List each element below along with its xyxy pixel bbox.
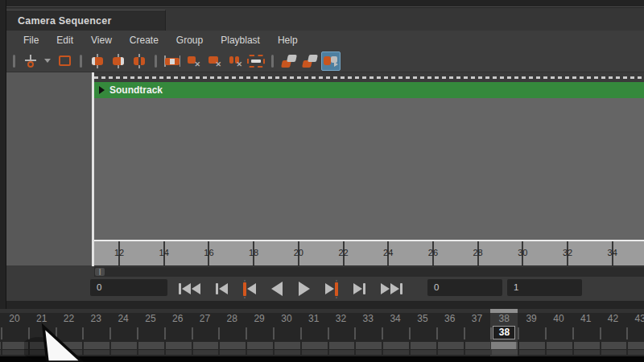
ruler-tick-20: 20 — [298, 241, 299, 266]
transport-controls — [177, 277, 404, 301]
soundtrack-label: Soundtrack — [109, 84, 163, 96]
ruler-tick-30: 30 — [522, 241, 523, 266]
track-header-gutter — [6, 72, 92, 265]
frame-cell[interactable]: 33 — [354, 309, 382, 356]
menu-view[interactable]: View — [82, 32, 121, 48]
play-forwards-icon[interactable] — [297, 280, 312, 298]
step-back-frame-icon[interactable] — [214, 282, 229, 296]
playblast-shot-icon[interactable] — [321, 51, 341, 71]
move-tool-icon[interactable] — [21, 51, 40, 71]
go-to-start-icon[interactable] — [177, 282, 202, 296]
go-to-end-icon[interactable] — [379, 282, 404, 296]
toolbar: ✕ ✕ ✕ — [6, 50, 644, 72]
ungroup-shots-icon[interactable] — [300, 51, 320, 71]
playback-controls-row: 0 0 1 — [6, 277, 644, 301]
ruler-tick-24: 24 — [387, 241, 389, 266]
clip-trim-end-icon[interactable] — [109, 51, 128, 71]
clip-paste-icon[interactable]: ✕ — [225, 51, 245, 71]
menu-file[interactable]: File — [14, 32, 47, 48]
ruler-tick-label: 26 — [428, 248, 438, 257]
shot-track-area[interactable] — [94, 98, 644, 240]
expand-arrow-icon[interactable] — [99, 86, 105, 94]
tab-camera-sequencer[interactable]: Camera Sequencer — [6, 10, 166, 31]
current-frame-marker — [490, 309, 518, 313]
ruler-tick-label: 12 — [114, 248, 124, 257]
frame-cell[interactable]: 37 — [464, 309, 491, 356]
ruler-tick-26: 26 — [432, 241, 434, 266]
frame-number-label: 41 — [572, 313, 600, 324]
window-top-border — [0, 0, 644, 7]
frame-number-label: 35 — [409, 313, 436, 324]
frame-cell[interactable]: 24 — [109, 309, 137, 356]
clip-split-icon[interactable] — [130, 51, 149, 71]
frame-cell[interactable]: 43 — [626, 309, 644, 356]
sequence-editor-panel: Soundtrack 121416182022242628303234 ❙ — [94, 72, 644, 277]
ruler-tick-label: 20 — [294, 248, 303, 257]
ruler-tick-16: 16 — [208, 241, 209, 266]
menu-group[interactable]: Group — [167, 32, 212, 48]
current-frame-value-box[interactable]: 38 — [493, 326, 515, 339]
menu-help[interactable]: Help — [269, 32, 307, 48]
frame-number-label: 38 — [490, 313, 518, 324]
group-shots-icon[interactable] — [279, 51, 299, 71]
frame-cell[interactable]: 41 — [572, 309, 600, 356]
clip-trim-start-icon[interactable] — [88, 51, 107, 71]
ruler-tick-label: 22 — [338, 248, 348, 257]
frame-cell[interactable]: 26 — [164, 309, 192, 356]
ruler-tick-label: 30 — [518, 248, 527, 257]
ruler-tick-label: 32 — [563, 248, 572, 257]
frame-cell[interactable]: 21 — [28, 309, 56, 356]
frame-cell[interactable]: 32 — [328, 309, 355, 356]
step-forward-key-icon[interactable] — [324, 281, 340, 298]
frame-cell[interactable]: 36 — [436, 309, 464, 356]
tool-dropdown-caret-icon[interactable] — [44, 59, 51, 63]
frame-number-label: 42 — [600, 313, 627, 324]
frame-number-label: 31 — [300, 313, 328, 324]
menu-bar: File Edit View Create Group Playblast He… — [6, 31, 644, 50]
frame-cell[interactable]: 28 — [218, 309, 246, 356]
clip-cut-icon[interactable]: ✕ — [184, 51, 203, 71]
soundtrack-track[interactable]: Soundtrack — [94, 82, 644, 98]
menu-playblast[interactable]: Playblast — [212, 32, 269, 48]
frame-cell[interactable]: 40 — [545, 309, 572, 356]
frame-cell[interactable]: 35 — [409, 309, 436, 356]
play-backwards-icon[interactable] — [270, 280, 284, 298]
frame-cell[interactable]: 34 — [382, 309, 409, 356]
frame-cell[interactable]: 31 — [300, 309, 328, 356]
frame-cell[interactable]: 20 — [1, 309, 28, 356]
frame-number-label: 28 — [218, 313, 246, 324]
frame-cell[interactable]: 42 — [600, 309, 627, 356]
menu-edit[interactable]: Edit — [47, 32, 82, 48]
clip-extend-icon[interactable] — [163, 51, 182, 71]
frame-cell[interactable]: 27 — [192, 309, 219, 356]
clip-copy-icon[interactable]: ✕ — [204, 51, 224, 71]
frame-cell[interactable]: 22 — [56, 309, 83, 356]
frame-cell[interactable]: 39 — [518, 309, 545, 356]
toolbar-separator — [155, 55, 157, 68]
marquee-select-icon[interactable] — [55, 51, 74, 71]
toolbar-separator — [13, 55, 15, 68]
sequencer-ruler[interactable]: 121416182022242628303234 — [94, 241, 644, 266]
frame-cell[interactable]: 30 — [273, 309, 300, 356]
frame-cell[interactable]: 25 — [137, 309, 164, 356]
menu-create[interactable]: Create — [121, 32, 167, 48]
frame-cell[interactable]: 29 — [246, 309, 273, 356]
ruler-tick-label: 14 — [159, 248, 169, 257]
frame-number-label: 29 — [246, 313, 273, 324]
range-start-field[interactable]: 0 — [427, 279, 502, 296]
ruler-tick-label: 16 — [204, 248, 213, 257]
step-forward-frame-icon[interactable] — [352, 282, 367, 296]
frame-cell[interactable]: 23 — [82, 309, 109, 356]
current-time-field[interactable]: 0 — [90, 279, 167, 296]
step-back-key-icon[interactable] — [242, 281, 258, 298]
scrollbar-handle[interactable]: ❙ — [95, 268, 105, 276]
horizontal-scrollbar[interactable]: ❙ — [94, 267, 644, 277]
ripple-edit-icon[interactable] — [246, 51, 266, 71]
frame-number-label: 37 — [464, 313, 491, 324]
ruler-tick-12: 12 — [118, 241, 120, 266]
frame-number-label: 34 — [382, 313, 409, 324]
range-end-field[interactable]: 1 — [507, 279, 582, 296]
current-frame-cell[interactable]: 3838 — [490, 309, 518, 356]
time-slider[interactable]: 2021222324252627282930313233343536373838… — [0, 309, 644, 356]
frame-number-label: 21 — [28, 313, 56, 324]
